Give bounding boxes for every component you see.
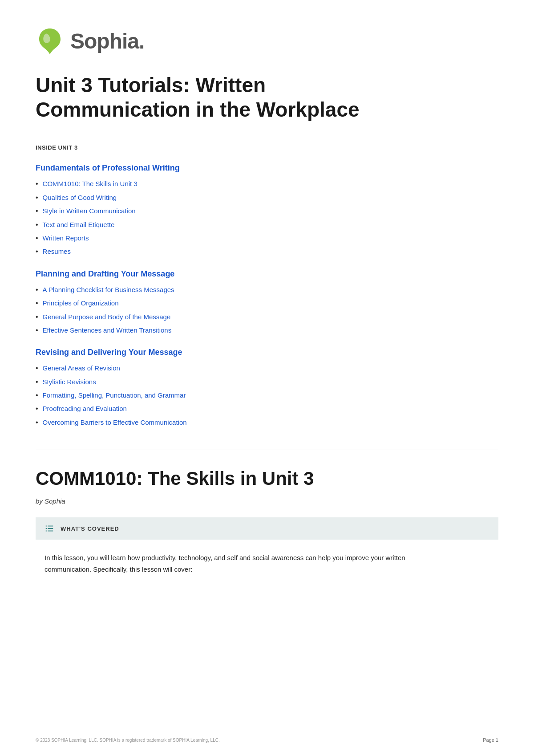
toc-link[interactable]: Principles of Organization — [43, 298, 119, 308]
toc-link[interactable]: COMM1010: The Skills in Unit 3 — [43, 179, 138, 188]
toc-link[interactable]: Text and Email Etiquette — [43, 220, 115, 229]
logo-text: Sophia. — [70, 29, 144, 53]
body-text: In this lesson, you will learn how produ… — [44, 552, 445, 575]
list-item: Overcoming Barriers to Effective Communi… — [36, 418, 498, 427]
toc-link[interactable]: Formatting, Spelling, Punctuation, and G… — [43, 390, 186, 400]
logo-area: Sophia. — [36, 27, 498, 55]
toc-section-fundamentals: Fundamentals of Professional Writing COM… — [36, 163, 498, 256]
list-item: Proofreading and Evaluation — [36, 404, 498, 414]
list-item: Resumes — [36, 247, 498, 256]
toc-link[interactable]: A Planning Checklist for Business Messag… — [43, 285, 174, 294]
by-line: by Sophia — [36, 497, 498, 505]
whats-covered-label: WHAT'S COVERED — [61, 525, 119, 532]
main-title: Unit 3 Tutorials: Written Communication … — [36, 73, 392, 122]
inside-unit-label: INSIDE UNIT 3 — [36, 144, 498, 151]
svg-rect-4 — [46, 531, 47, 532]
toc-section-revising: Revising and Delivering Your Message Gen… — [36, 348, 498, 427]
svg-rect-3 — [48, 528, 53, 529]
toc-link[interactable]: Written Reports — [43, 233, 89, 243]
sophia-logo-icon — [36, 27, 64, 55]
section-heading-planning: Planning and Drafting Your Message — [36, 269, 498, 279]
list-item: Stylistic Revisions — [36, 377, 498, 387]
list-item: A Planning Checklist for Business Messag… — [36, 285, 498, 295]
toc-link[interactable]: Style in Written Communication — [43, 206, 136, 215]
list-item: General Purpose and Body of the Message — [36, 312, 498, 322]
toc-link[interactable]: General Purpose and Body of the Message — [43, 312, 171, 321]
toc-link[interactable]: Proofreading and Evaluation — [43, 404, 127, 413]
toc-list-fundamentals: COMM1010: The Skills in Unit 3 Qualities… — [36, 179, 498, 256]
list-item: Text and Email Etiquette — [36, 220, 498, 230]
svg-rect-0 — [46, 526, 47, 527]
list-item: Style in Written Communication — [36, 206, 498, 216]
list-item: Principles of Organization — [36, 298, 498, 308]
footer-page-number: Page 1 — [483, 737, 498, 743]
list-item: Qualities of Good Writing — [36, 193, 498, 203]
toc-link[interactable]: General Areas of Revision — [43, 363, 120, 373]
list-item: Written Reports — [36, 233, 498, 243]
list-item: Formatting, Spelling, Punctuation, and G… — [36, 390, 498, 400]
page-footer: © 2023 SOPHIA Learning, LLC. SOPHIA is a… — [36, 737, 498, 743]
svg-rect-5 — [48, 531, 53, 532]
section-heading-fundamentals: Fundamentals of Professional Writing — [36, 163, 498, 173]
toc-link[interactable]: Stylistic Revisions — [43, 377, 96, 386]
toc-link[interactable]: Effective Sentences and Written Transiti… — [43, 325, 172, 335]
toc-list-revising: General Areas of Revision Stylistic Revi… — [36, 363, 498, 427]
whats-covered-banner: WHAT'S COVERED — [36, 517, 498, 540]
section-heading-revising: Revising and Delivering Your Message — [36, 348, 498, 357]
section-divider — [36, 450, 498, 450]
toc-list-planning: A Planning Checklist for Business Messag… — [36, 285, 498, 336]
toc-link[interactable]: Overcoming Barriers to Effective Communi… — [43, 418, 187, 427]
list-icon — [44, 524, 54, 533]
footer-copyright: © 2023 SOPHIA Learning, LLC. SOPHIA is a… — [36, 738, 220, 743]
list-item: COMM1010: The Skills in Unit 3 — [36, 179, 498, 189]
tutorial-title: COMM1010: The Skills in Unit 3 — [36, 468, 498, 489]
toc-link[interactable]: Qualities of Good Writing — [43, 193, 117, 202]
toc-link[interactable]: Resumes — [43, 247, 71, 256]
svg-rect-1 — [48, 526, 53, 527]
list-item: Effective Sentences and Written Transiti… — [36, 325, 498, 335]
toc-section-planning: Planning and Drafting Your Message A Pla… — [36, 269, 498, 336]
list-item: General Areas of Revision — [36, 363, 498, 373]
svg-rect-2 — [46, 528, 47, 529]
